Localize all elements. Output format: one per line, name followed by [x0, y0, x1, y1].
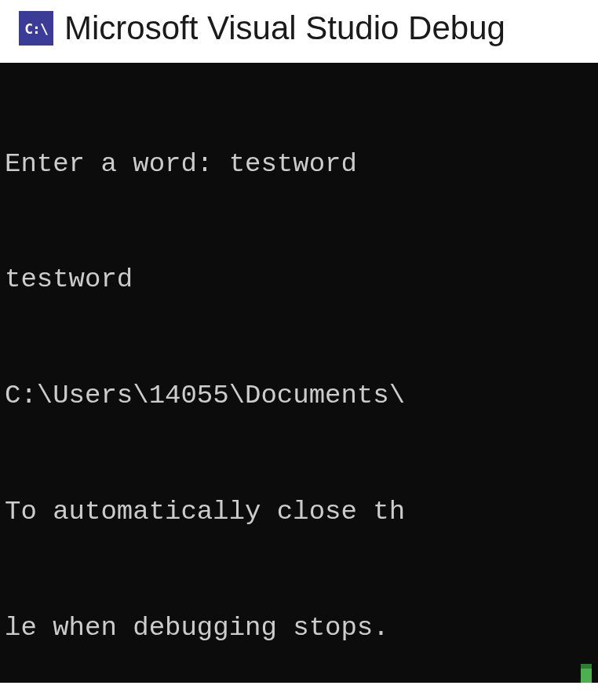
console-output[interactable]: Enter a word: testword testword C:\Users…	[0, 63, 598, 683]
console-line: le when debugging stops.	[5, 609, 593, 647]
console-icon: C:\	[19, 11, 53, 46]
console-line: Enter a word: testword	[5, 145, 593, 184]
console-line: C:\Users\14055\Documents\	[5, 377, 593, 415]
window-title: Microsoft Visual Studio Debug	[64, 9, 505, 47]
scrollbar-marker[interactable]	[581, 664, 592, 683]
console-line: testword	[5, 261, 593, 299]
window-titlebar: C:\ Microsoft Visual Studio Debug	[0, 0, 598, 63]
console-icon-label: C:\	[24, 20, 48, 37]
console-line: To automatically close th	[5, 493, 593, 531]
